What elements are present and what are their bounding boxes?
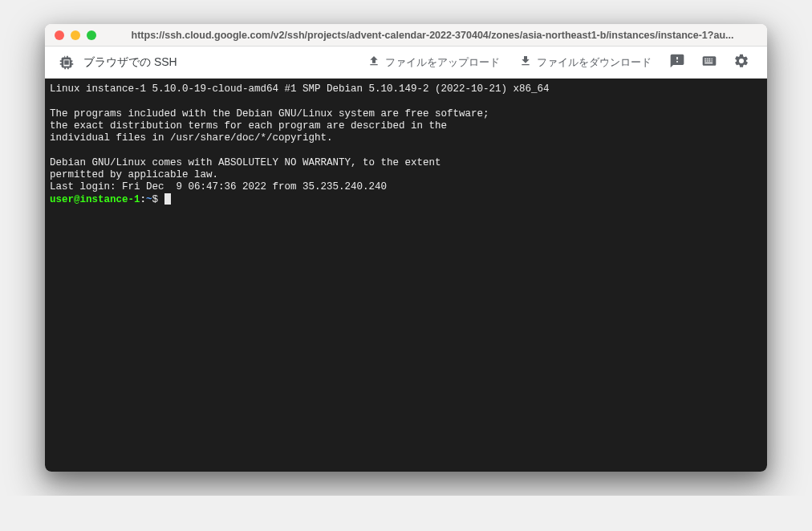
motd-line: permitted by applicable law. [50,169,218,180]
minimize-window-button[interactable] [71,30,80,40]
prompt-symbol: $ [152,194,164,205]
upload-file-label: ファイルをアップロード [385,55,500,70]
address-bar-url: https://ssh.cloud.google.com/v2/ssh/proj… [108,30,757,41]
download-icon [519,55,532,70]
traffic-lights [55,30,96,40]
motd-line: Debian GNU/Linux comes with ABSOLUTELY N… [50,157,441,168]
ssh-toolbar: ブラウザでの SSH ファイルをアップロード ファイルをダウンロード [45,47,767,79]
feedback-icon [669,53,685,72]
feedback-button[interactable] [664,50,690,75]
maximize-window-button[interactable] [87,30,96,40]
browser-window: https://ssh.cloud.google.com/v2/ssh/proj… [45,24,767,472]
window-titlebar: https://ssh.cloud.google.com/v2/ssh/proj… [45,24,767,47]
chip-icon [58,54,75,71]
close-window-button[interactable] [55,30,64,40]
motd-line: individual files in /usr/share/doc/*/cop… [50,132,333,144]
gear-icon [733,53,749,72]
prompt-user: user@instance-1 [50,194,140,205]
download-file-button[interactable]: ファイルをダウンロード [513,51,658,73]
keyboard-button[interactable] [696,50,722,75]
upload-icon [367,55,380,70]
settings-button[interactable] [729,50,754,75]
motd-line: the exact distribution terms for each pr… [50,120,447,132]
download-file-label: ファイルをダウンロード [537,55,652,70]
motd-line: The programs included with the Debian GN… [50,108,489,120]
terminal-cursor [164,193,171,205]
keyboard-icon [701,53,717,72]
upload-file-button[interactable]: ファイルをアップロード [361,51,506,73]
prompt-path: ~ [146,194,152,205]
prompt-colon: : [140,194,147,205]
last-login-line: Last login: Fri Dec 9 06:47:36 2022 from… [50,181,387,193]
toolbar-title: ブラウザでの SSH [83,55,177,70]
terminal-output[interactable]: Linux instance-1 5.10.0-19-cloud-amd64 #… [45,79,767,472]
motd-line: Linux instance-1 5.10.0-19-cloud-amd64 #… [50,83,550,95]
